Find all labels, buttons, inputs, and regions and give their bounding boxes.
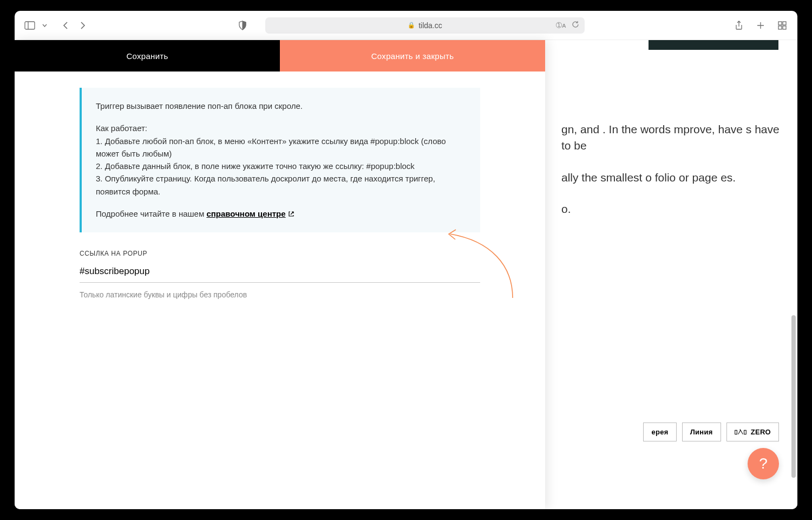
popup-link-field-group: ССЫЛКА НА POPUP Только латинские буквы и…: [80, 250, 480, 299]
back-icon[interactable]: [60, 20, 71, 31]
url-text: tilda.cc: [418, 21, 442, 30]
panel-header: Сохранить Сохранить и закрыть: [15, 40, 545, 72]
zero-button[interactable]: ZERO: [726, 422, 779, 441]
url-right-controls: ➀ᴀ: [556, 21, 579, 30]
external-link-icon: [288, 208, 294, 220]
info-more-prefix: Подробнее читайте в нашем: [96, 209, 206, 218]
popup-link-input[interactable]: [80, 263, 480, 283]
translate-icon[interactable]: ➀ᴀ: [556, 21, 566, 29]
privacy-shield-icon[interactable]: [237, 20, 248, 31]
reload-icon[interactable]: [572, 21, 579, 30]
info-how: Как работает: 1. Добавьте любой поп-ап б…: [96, 122, 466, 198]
block-buttons: ерея Линия ZERO: [643, 422, 779, 441]
new-tab-icon[interactable]: [755, 20, 766, 31]
url-bar[interactable]: 🔒 tilda.cc ➀ᴀ: [265, 17, 585, 34]
preview-para-2: ally the smallest o folio or page es.: [561, 170, 781, 186]
tabs-overview-icon[interactable]: [777, 20, 788, 31]
gallery-button[interactable]: ерея: [643, 422, 676, 441]
browser-toolbar: 🔒 tilda.cc ➀ᴀ: [15, 11, 797, 40]
info-how-title: Как работает:: [96, 123, 147, 133]
help-button[interactable]: ?: [748, 448, 779, 479]
zero-icon: [735, 428, 746, 436]
svg-rect-6: [778, 26, 782, 29]
popup-link-hint: Только латинские буквы и цифры без пробе…: [80, 290, 480, 299]
zero-label: ZERO: [751, 428, 771, 436]
forward-icon[interactable]: [77, 20, 88, 31]
save-button[interactable]: Сохранить: [15, 40, 280, 72]
browser-window: 🔒 tilda.cc ➀ᴀ gn, and: [15, 11, 797, 509]
svg-rect-5: [783, 22, 786, 25]
svg-rect-7: [783, 26, 786, 29]
save-close-button[interactable]: Сохранить и закрыть: [280, 40, 545, 72]
line-button[interactable]: Линия: [682, 422, 721, 441]
info-box: Триггер вызывает появление поп-ап блока …: [80, 88, 480, 232]
info-intro: Триггер вызывает появление поп-ап блока …: [96, 100, 466, 112]
page-preview: gn, and . In the words mprove, have s ha…: [545, 40, 797, 509]
preview-image-strip: [649, 40, 778, 50]
sidebar-toggle-icon[interactable]: [24, 20, 35, 31]
toolbar-right: [734, 20, 788, 31]
help-icon: ?: [759, 455, 768, 472]
panel-body: Триггер вызывает появление поп-ап блока …: [15, 72, 545, 315]
help-center-link[interactable]: справочном центре: [206, 209, 285, 218]
preview-para-1: gn, and . In the words mprove, have s ha…: [561, 121, 781, 154]
svg-rect-8: [735, 430, 737, 434]
svg-rect-4: [778, 22, 782, 25]
info-step-2: 2. Добавьте данный блок, в поле ниже ука…: [96, 161, 415, 171]
svg-rect-9: [744, 430, 746, 434]
content-area: gn, and . In the words mprove, have s ha…: [15, 40, 797, 509]
lock-icon: 🔒: [408, 22, 415, 29]
info-step-1: 1. Добавьте любой поп-ап блок, в меню «К…: [96, 136, 446, 158]
popup-link-label: ССЫЛКА НА POPUP: [80, 250, 480, 257]
preview-text: gn, and . In the words mprove, have s ha…: [561, 121, 781, 218]
svg-rect-0: [25, 22, 35, 29]
scrollbar-thumb[interactable]: [791, 315, 796, 478]
chevron-down-icon[interactable]: [42, 20, 47, 31]
preview-para-3: о.: [561, 201, 781, 217]
share-icon[interactable]: [734, 20, 744, 31]
settings-panel: Сохранить Сохранить и закрыть Триггер вы…: [15, 40, 545, 509]
info-step-3: 3. Опубликуйте страницу. Когда пользоват…: [96, 174, 435, 196]
info-more: Подробнее читайте в нашем справочном цен…: [96, 207, 466, 220]
